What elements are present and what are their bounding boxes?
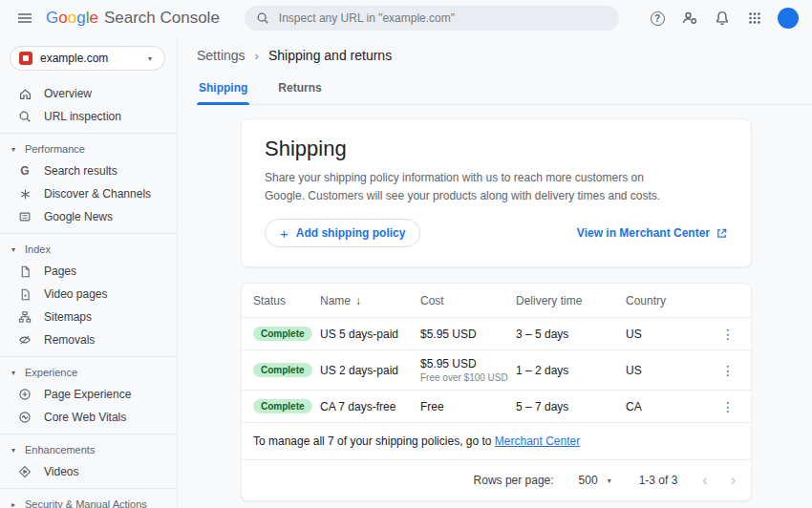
hamburger-menu-icon[interactable]: [11, 5, 38, 32]
chevron-down-icon: ▾: [605, 476, 614, 485]
sidebar-item-removals[interactable]: Removals: [0, 328, 177, 351]
policy-country: CA: [626, 400, 716, 413]
previous-page-icon[interactable]: ‹: [702, 473, 707, 488]
note-text: To manage all 7 of your shipping policie…: [253, 434, 495, 448]
app-logo: Google Search Console: [46, 9, 220, 28]
breadcrumb-settings-link[interactable]: Settings: [197, 48, 246, 63]
tab-returns[interactable]: Returns: [276, 74, 323, 104]
url-inspection-searchbar[interactable]: [245, 6, 619, 31]
property-icon: [19, 52, 32, 65]
removals-eye-off-icon: [17, 332, 32, 348]
sidebar-item-discover-channels[interactable]: Discover & Channels: [0, 182, 177, 205]
breadcrumb-current: Shipping and returns: [268, 48, 392, 63]
sidebar-item-core-web-vitals[interactable]: Core Web Vitals: [0, 406, 177, 429]
apps-grid-icon[interactable]: [741, 5, 768, 32]
sidebar-item-videos[interactable]: Videos: [0, 460, 177, 483]
google-logo: Google: [46, 9, 98, 28]
rows-per-page-value: 500: [579, 474, 598, 487]
sidebar-section-index[interactable]: ▾ Index: [0, 239, 177, 260]
column-header-country: Country: [626, 294, 716, 307]
sidebar-section-security-manual-actions[interactable]: ▸ Security & Manual Actions: [0, 494, 177, 508]
top-bar: Google Search Console ?: [0, 0, 812, 36]
section-label: Index: [25, 243, 51, 255]
column-header-cost: Cost: [420, 294, 516, 307]
policy-delivery-time: 3 – 5 days: [516, 328, 626, 341]
merchant-center-link[interactable]: Merchant Center: [495, 434, 580, 448]
sidebar-item-label: URL inspection: [44, 110, 121, 123]
chevron-down-icon: ▾: [9, 245, 18, 254]
status-badge: Complete: [253, 399, 312, 413]
sidebar-item-label: Page Experience: [44, 388, 131, 401]
policy-cost: $5.95 USD: [420, 328, 516, 341]
plus-icon: +: [280, 225, 288, 242]
next-page-icon[interactable]: ›: [731, 473, 736, 488]
sidebar-item-label: Videos: [44, 465, 78, 478]
chevron-down-icon: ▾: [9, 145, 18, 154]
sidebar-item-search-results[interactable]: G Search results: [0, 159, 177, 182]
view-in-merchant-center-link[interactable]: View in Merchant Center: [577, 226, 728, 240]
policy-country: US: [626, 364, 716, 377]
user-settings-icon[interactable]: [676, 5, 703, 32]
sidebar-item-label: Pages: [44, 265, 76, 278]
sidebar-item-google-news[interactable]: Google News: [0, 205, 177, 228]
tab-bar: Shipping Returns: [197, 74, 812, 105]
page-experience-icon: [17, 387, 32, 402]
google-g-icon: G: [17, 163, 32, 179]
policy-name: CA 7 days-free: [320, 400, 420, 413]
help-icon[interactable]: ?: [644, 5, 671, 32]
sidebar-item-video-pages[interactable]: Video pages: [0, 283, 177, 306]
news-icon: [17, 209, 32, 224]
tab-shipping[interactable]: Shipping: [197, 74, 249, 104]
sidebar-section-performance[interactable]: ▾ Performance: [0, 138, 177, 159]
divider: [0, 356, 177, 357]
column-header-name[interactable]: Name ↓: [320, 294, 420, 307]
sidebar-item-label: Overview: [44, 87, 92, 100]
policy-cost-note: Free over $100 USD: [420, 372, 516, 383]
divider: [0, 488, 177, 489]
search-icon: [256, 11, 269, 25]
topbar-actions: ?: [644, 5, 799, 32]
policy-cost: Free: [420, 400, 516, 413]
sort-descending-icon: ↓: [355, 294, 361, 307]
sidebar-item-label: Video pages: [44, 287, 108, 301]
table-row: Complete US 2 days-paid $5.95 USD Free o…: [242, 350, 751, 391]
shipping-policies-table-card: Status Name ↓ Cost Delivery time Country…: [241, 283, 752, 501]
sidebar-section-enhancements[interactable]: ▾ Enhancements: [0, 439, 177, 460]
shipping-description: Share your shipping policy information w…: [265, 169, 685, 204]
property-label: example.com: [40, 52, 108, 65]
sidebar-item-page-experience[interactable]: Page Experience: [0, 383, 177, 406]
policy-name: US 5 days-paid: [320, 328, 420, 341]
url-inspect-input[interactable]: [279, 11, 608, 25]
row-kebab-menu-icon[interactable]: ⋮: [716, 327, 739, 342]
status-badge: Complete: [253, 363, 312, 377]
column-header-name-label: Name: [320, 294, 351, 307]
policy-delivery-time: 1 – 2 days: [516, 364, 626, 377]
rows-per-page-select[interactable]: 500 ▾: [579, 474, 614, 487]
row-kebab-menu-icon[interactable]: ⋮: [716, 363, 739, 378]
manage-policies-note: To manage all 7 of your shipping policie…: [242, 423, 751, 460]
sidebar-item-url-inspection[interactable]: URL inspection: [0, 105, 177, 128]
sidebar-item-label: Discover & Channels: [44, 187, 151, 201]
table-row: Complete CA 7 days-free Free 5 – 7 days …: [242, 391, 751, 423]
section-label: Security & Manual Actions: [25, 498, 147, 508]
policy-name: US 2 days-paid: [320, 364, 420, 377]
sidebar-item-label: Sitemaps: [44, 310, 92, 324]
column-header-delivery-time: Delivery time: [516, 294, 626, 307]
sidebar-section-experience[interactable]: ▾ Experience: [0, 362, 177, 383]
sidebar-item-overview[interactable]: Overview: [0, 82, 177, 105]
property-selector[interactable]: example.com ▾: [10, 46, 165, 71]
add-shipping-policy-label: Add shipping policy: [296, 226, 406, 240]
table-row: Complete US 5 days-paid $5.95 USD 3 – 5 …: [242, 318, 751, 350]
section-label: Performance: [25, 143, 85, 155]
section-label: Experience: [25, 367, 77, 378]
section-label: Enhancements: [25, 444, 95, 455]
pagination-bar: Rows per page: 500 ▾ 1-3 of 3 ‹ ›: [242, 460, 751, 500]
row-kebab-menu-icon[interactable]: ⋮: [716, 399, 739, 414]
add-shipping-policy-button[interactable]: + Add shipping policy: [265, 219, 420, 247]
page-title: Shipping: [265, 137, 728, 161]
notifications-bell-icon[interactable]: [709, 5, 736, 32]
avatar[interactable]: [778, 8, 799, 29]
sidebar-item-pages[interactable]: Pages: [0, 260, 177, 283]
breadcrumb-chevron-icon: ›: [255, 49, 259, 63]
sidebar-item-sitemaps[interactable]: Sitemaps: [0, 306, 177, 328]
